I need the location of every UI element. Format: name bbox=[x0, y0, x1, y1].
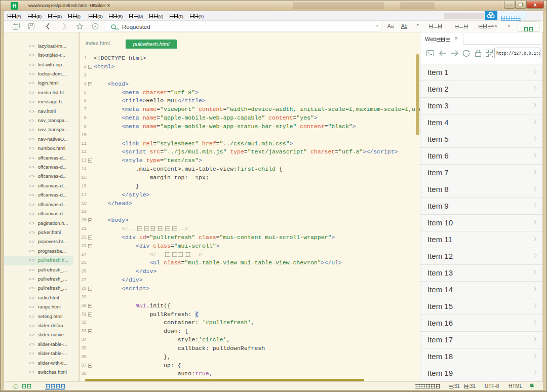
svg-text:s: s bbox=[117, 27, 119, 31]
